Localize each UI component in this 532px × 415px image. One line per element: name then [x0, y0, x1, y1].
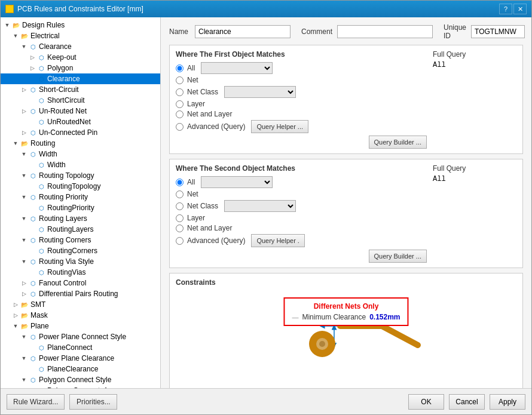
tree-item-label: Short-Circuit	[39, 85, 79, 94]
tree-item-label: Power Plane Clearance	[39, 354, 114, 362]
tree-item-planeconnect-leaf[interactable]: ⬡ PlaneConnect	[1, 342, 160, 353]
second-netclass-label: Net Class	[187, 202, 218, 210]
second-full-query-value: All	[433, 175, 516, 183]
second-layer-radio[interactable]	[176, 214, 184, 222]
tree-item-un-routed-net[interactable]: ▷ ⬡ Un-Routed Net	[1, 106, 160, 116]
first-query-helper-btn[interactable]: Query Helper ...	[251, 120, 308, 133]
tree-expand-icon	[28, 225, 36, 233]
ok-button[interactable]: OK	[408, 394, 444, 410]
first-advanced-radio[interactable]	[176, 123, 184, 131]
second-netclass-radio[interactable]	[176, 202, 184, 210]
second-netclass-dropdown[interactable]	[224, 200, 296, 212]
rule-wizard-button[interactable]: Rule Wizard...	[7, 394, 65, 410]
tree-item-label: Width	[39, 150, 57, 158]
tree-item-routingtopology-leaf[interactable]: ⬡ RoutingTopology	[1, 181, 160, 192]
tree-item-label: Routing Corners	[39, 236, 91, 244]
first-all-dropdown[interactable]	[201, 62, 273, 74]
tree-item-label: SMT	[30, 300, 45, 309]
apply-button[interactable]: Apply	[490, 394, 525, 410]
diff-nets-title: Different Nets Only	[292, 302, 400, 311]
tree-item-smt[interactable]: ▷ 📂 SMT	[1, 299, 160, 310]
tree-item-power-plane-clearance[interactable]: ▼ ⬡ Power Plane Clearance	[1, 353, 160, 364]
tree-item-design-rules[interactable]: ▼ 📂 Design Rules	[1, 20, 160, 30]
first-netclass-dropdown[interactable]	[224, 86, 296, 98]
second-netclass-row: Net Class	[176, 200, 427, 212]
comment-input[interactable]	[337, 25, 433, 38]
tree-item-routingcorners-leaf[interactable]: ⬡ RoutingCorners	[1, 245, 160, 256]
comment-label: Comment	[301, 27, 332, 36]
tree-expand-icon	[28, 161, 36, 169]
uniqueid-input[interactable]	[471, 25, 525, 38]
tree-expand-icon	[28, 365, 36, 373]
tree-type-icon: ⬡	[28, 192, 38, 202]
tree-expand-icon	[28, 247, 36, 255]
tree-item-keep-out[interactable]: ▷ ⬡ Keep-out	[1, 52, 160, 63]
name-input[interactable]	[195, 25, 291, 38]
second-all-dropdown[interactable]	[201, 176, 273, 188]
tree-item-plane[interactable]: ▼ 📂 Plane	[1, 321, 160, 331]
second-net-row: Net	[176, 190, 427, 198]
second-all-label: All	[187, 178, 195, 186]
second-query-helper-btn[interactable]: Query Helper .	[251, 234, 305, 247]
tree-expand-icon	[28, 343, 36, 352]
tree-item-power-plane-connect[interactable]: ▼ ⬡ Power Plane Connect Style	[1, 331, 160, 342]
tree-item-mask[interactable]: ▷ 📂 Mask	[1, 310, 160, 321]
tree-item-electrical[interactable]: ▼ 📂 Electrical	[1, 30, 160, 41]
tree-item-routing-via-style[interactable]: ▼ ⬡ Routing Via Style	[1, 256, 160, 267]
first-netandlayer-radio[interactable]	[176, 110, 184, 118]
tree-item-polygon[interactable]: ▷ ⬡ Polygon	[1, 63, 160, 73]
first-all-radio[interactable]	[176, 64, 184, 72]
close-button[interactable]: ✕	[513, 4, 527, 14]
cancel-button[interactable]: Cancel	[449, 394, 485, 410]
tree-item-un-connected-pin[interactable]: ▷ ⬡ Un-Connected Pin	[1, 127, 160, 138]
tree-item-unroutednet-leaf[interactable]: ⬡ UnRoutedNet	[1, 116, 160, 127]
tree-item-routingvias-leaf[interactable]: ⬡ RoutingVias	[1, 267, 160, 278]
help-button[interactable]: ?	[499, 4, 512, 14]
tree-item-routing-topology[interactable]: ▼ ⬡ Routing Topology	[1, 170, 160, 181]
second-query-builder-btn[interactable]: Query Builder ...	[369, 250, 427, 263]
window-title: PCB Rules and Constraints Editor [mm]	[17, 5, 143, 13]
first-netclass-radio[interactable]	[176, 88, 184, 96]
second-advanced-label: Advanced (Query)	[187, 236, 245, 245]
tree-item-polygon-connect-style[interactable]: ▼ ⬡ Polygon Connect Style	[1, 374, 160, 385]
tree-item-fanout-control[interactable]: ▷ ⬡ Fanout Control	[1, 278, 160, 288]
first-query-builder-btn[interactable]: Query Builder ...	[369, 136, 427, 149]
tree-item-label: Routing Via Style	[39, 257, 94, 266]
tree-item-short-circuit[interactable]: ▷ ⬡ Short-Circuit	[1, 84, 160, 95]
tree-item-shortcircuit-leaf[interactable]: ⬡ ShortCircuit	[1, 95, 160, 106]
tree-type-icon: ⬡	[28, 332, 38, 342]
tree-item-routinglayers-leaf[interactable]: ⬡ RoutingLayers	[1, 224, 160, 235]
first-netclass-label: Net Class	[187, 88, 218, 96]
tree-item-width[interactable]: ▼ ⬡ Width	[1, 149, 160, 159]
tree-item-routing-corners[interactable]: ▼ ⬡ Routing Corners	[1, 235, 160, 245]
name-row: Name Comment Unique ID	[169, 23, 523, 40]
tree-item-width-leaf[interactable]: ⬡ Width	[1, 159, 160, 170]
second-advanced-radio[interactable]	[176, 237, 184, 245]
tree-item-routing[interactable]: ▼ 📂 Routing	[1, 138, 160, 149]
tree-expand-icon	[28, 182, 36, 190]
tree-item-clearance-selected[interactable]: ⬡ Clearance	[1, 73, 160, 84]
tree-expand-icon	[28, 96, 36, 104]
tree-expand-icon: ▼	[20, 193, 28, 201]
tree-expand-icon: ▷	[28, 64, 36, 72]
second-all-radio[interactable]	[176, 179, 184, 186]
tree-item-routingpriority-leaf[interactable]: ⬡ RoutingPriority	[1, 202, 160, 213]
second-netandlayer-radio[interactable]	[176, 225, 184, 232]
tree-type-icon: ⬡	[28, 106, 38, 116]
tree-item-routing-priority[interactable]: ▼ ⬡ Routing Priority	[1, 192, 160, 202]
tree-item-routing-layers[interactable]: ▼ ⬡ Routing Layers	[1, 213, 160, 224]
first-net-radio[interactable]	[176, 76, 184, 84]
priorities-button[interactable]: Priorities...	[69, 394, 117, 410]
second-net-radio[interactable]	[176, 190, 184, 198]
constraints-section: Constraints Different Nets Only — Minimu…	[169, 273, 523, 388]
tree-type-icon: ⬡	[36, 63, 46, 73]
first-object-title: Where The First Object Matches	[176, 50, 427, 59]
tree-expand-icon: ▷	[28, 53, 36, 62]
first-advanced-row: Advanced (Query) Query Helper ...	[176, 120, 427, 133]
second-object-right: Full Query All	[433, 164, 516, 263]
tree-item-planeclearance-leaf[interactable]: ⬡ PlaneClearance	[1, 364, 160, 374]
tree-item-diff-pairs[interactable]: ▷ ⬡ Differential Pairs Routing	[1, 288, 160, 299]
tree-type-icon: 📂	[20, 31, 29, 41]
tree-item-clearance-group[interactable]: ▼ ⬡ Clearance	[1, 41, 160, 52]
first-layer-radio[interactable]	[176, 100, 184, 108]
